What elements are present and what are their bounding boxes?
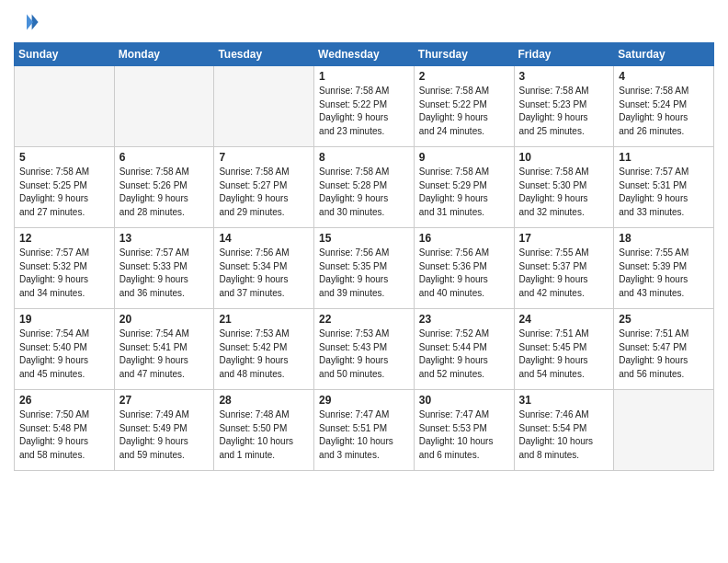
day-number: 5 [19,151,109,164]
calendar-cell: 9Sunrise: 7:58 AM Sunset: 5:29 PM Daylig… [414,147,514,228]
calendar-cell: 19Sunrise: 7:54 AM Sunset: 5:40 PM Dayli… [15,309,115,390]
calendar-cell: 23Sunrise: 7:52 AM Sunset: 5:44 PM Dayli… [414,309,514,390]
day-number: 29 [319,394,409,407]
day-info: Sunrise: 7:54 AM Sunset: 5:41 PM Dayligh… [119,327,210,381]
header-day: Wednesday [314,43,415,66]
calendar-cell: 21Sunrise: 7:53 AM Sunset: 5:42 PM Dayli… [214,309,314,390]
day-info: Sunrise: 7:51 AM Sunset: 5:47 PM Dayligh… [619,327,709,381]
calendar-cell: 14Sunrise: 7:56 AM Sunset: 5:34 PM Dayli… [214,228,314,309]
day-number: 11 [619,151,709,164]
day-number: 4 [619,70,709,83]
day-number: 22 [319,313,409,326]
day-number: 2 [419,70,509,83]
calendar-cell: 5Sunrise: 7:58 AM Sunset: 5:25 PM Daylig… [15,147,115,228]
logo [14,9,43,35]
day-number: 26 [19,394,109,407]
calendar-cell: 20Sunrise: 7:54 AM Sunset: 5:41 PM Dayli… [114,309,214,390]
day-info: Sunrise: 7:49 AM Sunset: 5:49 PM Dayligh… [119,408,210,462]
day-number: 25 [619,313,709,326]
calendar-cell: 11Sunrise: 7:57 AM Sunset: 5:31 PM Dayli… [614,147,714,228]
header-row: SundayMondayTuesdayWednesdayThursdayFrid… [15,43,714,66]
calendar-week-row: 5Sunrise: 7:58 AM Sunset: 5:25 PM Daylig… [15,147,714,228]
calendar-cell: 10Sunrise: 7:58 AM Sunset: 5:30 PM Dayli… [514,147,614,228]
day-number: 10 [519,151,609,164]
calendar-cell: 27Sunrise: 7:49 AM Sunset: 5:49 PM Dayli… [114,390,214,471]
calendar-week-row: 26Sunrise: 7:50 AM Sunset: 5:48 PM Dayli… [15,390,714,471]
calendar-cell: 22Sunrise: 7:53 AM Sunset: 5:43 PM Dayli… [314,309,415,390]
day-number: 9 [419,151,509,164]
day-number: 24 [519,313,609,326]
day-number: 20 [119,313,210,326]
header-day: Friday [514,43,614,66]
day-number: 8 [319,151,409,164]
day-info: Sunrise: 7:52 AM Sunset: 5:44 PM Dayligh… [419,327,509,381]
day-info: Sunrise: 7:58 AM Sunset: 5:30 PM Dayligh… [519,166,609,219]
calendar-cell: 7Sunrise: 7:58 AM Sunset: 5:27 PM Daylig… [214,147,314,228]
day-number: 18 [619,232,709,245]
day-number: 15 [319,232,409,245]
day-info: Sunrise: 7:50 AM Sunset: 5:48 PM Dayligh… [19,408,109,462]
day-info: Sunrise: 7:56 AM Sunset: 5:35 PM Dayligh… [319,247,409,300]
day-info: Sunrise: 7:58 AM Sunset: 5:22 PM Dayligh… [319,85,409,138]
day-info: Sunrise: 7:55 AM Sunset: 5:37 PM Dayligh… [519,247,609,300]
day-info: Sunrise: 7:58 AM Sunset: 5:22 PM Dayligh… [419,85,509,138]
day-info: Sunrise: 7:53 AM Sunset: 5:43 PM Dayligh… [319,327,409,381]
calendar-table: SundayMondayTuesdayWednesdayThursdayFrid… [14,42,714,471]
day-number: 19 [19,313,109,326]
calendar-cell: 26Sunrise: 7:50 AM Sunset: 5:48 PM Dayli… [15,390,115,471]
calendar-week-row: 19Sunrise: 7:54 AM Sunset: 5:40 PM Dayli… [15,309,714,390]
day-number: 3 [519,70,609,83]
day-info: Sunrise: 7:57 AM Sunset: 5:32 PM Dayligh… [19,247,109,300]
calendar-cell: 16Sunrise: 7:56 AM Sunset: 5:36 PM Dayli… [414,228,514,309]
day-number: 12 [19,232,109,245]
day-info: Sunrise: 7:58 AM Sunset: 5:25 PM Dayligh… [19,166,109,219]
calendar-cell: 15Sunrise: 7:56 AM Sunset: 5:35 PM Dayli… [314,228,415,309]
day-number: 31 [519,394,609,407]
day-info: Sunrise: 7:58 AM Sunset: 5:24 PM Dayligh… [619,85,709,138]
header-day: Tuesday [214,43,314,66]
day-info: Sunrise: 7:47 AM Sunset: 5:51 PM Dayligh… [319,408,409,462]
calendar-cell [15,66,115,147]
day-info: Sunrise: 7:51 AM Sunset: 5:45 PM Dayligh… [519,327,609,381]
day-number: 6 [119,151,210,164]
header [14,9,714,35]
calendar-cell: 29Sunrise: 7:47 AM Sunset: 5:51 PM Dayli… [314,390,415,471]
calendar-cell [114,66,214,147]
calendar-cell: 24Sunrise: 7:51 AM Sunset: 5:45 PM Dayli… [514,309,614,390]
calendar-cell [614,390,714,471]
day-info: Sunrise: 7:57 AM Sunset: 5:33 PM Dayligh… [119,247,210,300]
calendar-cell: 28Sunrise: 7:48 AM Sunset: 5:50 PM Dayli… [214,390,314,471]
day-info: Sunrise: 7:53 AM Sunset: 5:42 PM Dayligh… [219,327,309,381]
calendar-cell: 25Sunrise: 7:51 AM Sunset: 5:47 PM Dayli… [614,309,714,390]
day-info: Sunrise: 7:48 AM Sunset: 5:50 PM Dayligh… [219,408,309,462]
page: SundayMondayTuesdayWednesdayThursdayFrid… [0,0,728,563]
header-day: Saturday [614,43,714,66]
calendar-cell: 3Sunrise: 7:58 AM Sunset: 5:23 PM Daylig… [514,66,614,147]
calendar-week-row: 1Sunrise: 7:58 AM Sunset: 5:22 PM Daylig… [15,66,714,147]
header-day: Sunday [15,43,115,66]
day-number: 14 [219,232,309,245]
calendar-cell: 2Sunrise: 7:58 AM Sunset: 5:22 PM Daylig… [414,66,514,147]
day-info: Sunrise: 7:46 AM Sunset: 5:54 PM Dayligh… [519,408,609,462]
day-number: 13 [119,232,210,245]
day-info: Sunrise: 7:55 AM Sunset: 5:39 PM Dayligh… [619,247,709,300]
day-info: Sunrise: 7:58 AM Sunset: 5:29 PM Dayligh… [419,166,509,219]
header-day: Thursday [414,43,514,66]
calendar-header: SundayMondayTuesdayWednesdayThursdayFrid… [15,43,714,66]
calendar-cell: 1Sunrise: 7:58 AM Sunset: 5:22 PM Daylig… [314,66,415,147]
day-info: Sunrise: 7:56 AM Sunset: 5:36 PM Dayligh… [419,247,509,300]
calendar-cell: 12Sunrise: 7:57 AM Sunset: 5:32 PM Dayli… [15,228,115,309]
day-number: 23 [419,313,509,326]
calendar-week-row: 12Sunrise: 7:57 AM Sunset: 5:32 PM Dayli… [15,228,714,309]
calendar-cell: 6Sunrise: 7:58 AM Sunset: 5:26 PM Daylig… [114,147,214,228]
day-info: Sunrise: 7:54 AM Sunset: 5:40 PM Dayligh… [19,327,109,381]
day-info: Sunrise: 7:58 AM Sunset: 5:28 PM Dayligh… [319,166,409,219]
calendar-cell: 13Sunrise: 7:57 AM Sunset: 5:33 PM Dayli… [114,228,214,309]
calendar-cell: 17Sunrise: 7:55 AM Sunset: 5:37 PM Dayli… [514,228,614,309]
logo-icon [14,9,40,35]
day-info: Sunrise: 7:56 AM Sunset: 5:34 PM Dayligh… [219,247,309,300]
day-number: 7 [219,151,309,164]
day-number: 28 [219,394,309,407]
day-info: Sunrise: 7:47 AM Sunset: 5:53 PM Dayligh… [419,408,509,462]
day-info: Sunrise: 7:58 AM Sunset: 5:23 PM Dayligh… [519,85,609,138]
